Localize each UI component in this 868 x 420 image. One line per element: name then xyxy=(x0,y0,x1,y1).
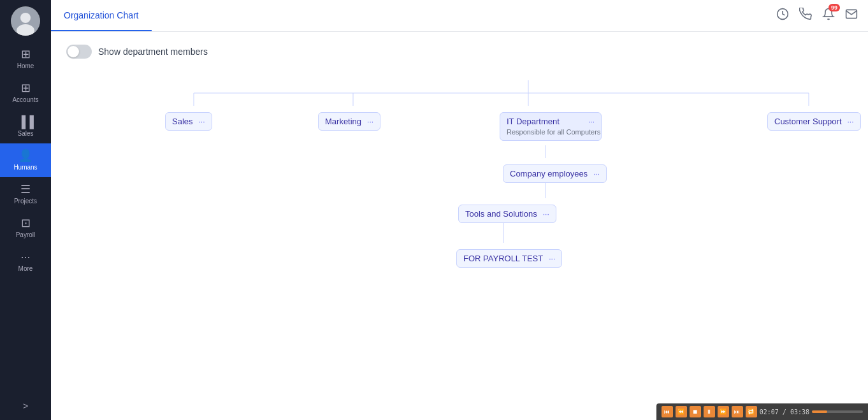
sidebar-label-payroll: Payroll xyxy=(16,231,36,238)
node-sales-menu[interactable]: ··· xyxy=(199,117,205,126)
sidebar: ⊞ Home ⊞ Accounts ▐▐ Sales 👤 Humans ☰ Pr… xyxy=(0,0,51,420)
sidebar-label-home: Home xyxy=(17,62,34,69)
sales-icon: ▐▐ xyxy=(17,116,34,127)
node-it-dept-menu[interactable]: ··· xyxy=(588,117,595,126)
show-department-members-toggle[interactable] xyxy=(66,45,92,59)
media-btn-pause[interactable]: ⏸ xyxy=(704,406,715,417)
sidebar-item-sales[interactable]: ▐▐ Sales xyxy=(0,110,51,143)
node-it-dept[interactable]: IT Department ··· Responsible for all Co… xyxy=(500,112,602,141)
node-sales-label: Sales xyxy=(172,117,193,126)
projects-icon: ☰ xyxy=(20,184,31,195)
media-btn-rewind[interactable]: ⏮ xyxy=(662,406,673,417)
tab-organization-chart[interactable]: Organization Chart xyxy=(51,0,152,31)
org-chart: Sales ··· Marketing ··· IT Department ··… xyxy=(66,74,853,322)
sidebar-label-humans: Humans xyxy=(13,164,37,171)
node-marketing[interactable]: Marketing ··· xyxy=(318,112,380,131)
media-btn-repeat[interactable]: 🔁 xyxy=(746,406,757,417)
sidebar-bottom: > xyxy=(0,392,51,420)
node-it-dept-desc: Responsible for all Computers xyxy=(507,127,600,136)
node-company-employees-label: Company employees xyxy=(510,169,588,178)
sidebar-item-humans[interactable]: 👤 Humans xyxy=(0,143,51,177)
sidebar-label-more: More xyxy=(18,265,33,272)
media-btn-prev[interactable]: ⏪ xyxy=(676,406,687,417)
media-progress-bar[interactable] xyxy=(812,410,863,413)
toggle-knob xyxy=(68,46,79,57)
node-sales[interactable]: Sales ··· xyxy=(165,112,212,131)
mail-icon[interactable] xyxy=(845,8,858,24)
node-tools-solutions[interactable]: Tools and Solutions ··· xyxy=(458,205,556,223)
node-tools-solutions-menu[interactable]: ··· xyxy=(543,210,549,219)
humans-icon: 👤 xyxy=(18,150,33,161)
sidebar-item-payroll[interactable]: ⊡ Payroll xyxy=(0,211,51,245)
media-btn-forward[interactable]: ⏭ xyxy=(732,406,743,417)
node-tools-solutions-label: Tools and Solutions xyxy=(465,209,537,219)
main-content: Organization Chart 99 xyxy=(51,0,868,420)
sidebar-expand-button[interactable]: > xyxy=(0,392,51,420)
phone-icon[interactable] xyxy=(799,8,812,24)
header-tabs: Organization Chart xyxy=(51,0,152,31)
sidebar-item-accounts[interactable]: ⊞ Accounts xyxy=(0,76,51,110)
header: Organization Chart 99 xyxy=(51,0,868,32)
sidebar-label-accounts: Accounts xyxy=(12,96,38,103)
history-icon[interactable] xyxy=(776,8,789,24)
node-customer-support-menu[interactable]: ··· xyxy=(848,117,854,126)
media-btn-next[interactable]: ⏩ xyxy=(718,406,729,417)
toggle-row: Show department members xyxy=(66,45,853,59)
node-customer-support-label: Customer Support xyxy=(774,117,842,126)
node-payroll-test[interactable]: FOR PAYROLL TEST ··· xyxy=(456,249,562,268)
more-icon: ··· xyxy=(20,251,30,263)
node-marketing-menu[interactable]: ··· xyxy=(367,117,373,126)
node-payroll-test-label: FOR PAYROLL TEST xyxy=(463,254,543,263)
media-progress-fill xyxy=(812,410,827,413)
notification-badge: 99 xyxy=(828,4,840,11)
node-it-dept-label: IT Department xyxy=(507,117,560,126)
node-company-employees[interactable]: Company employees ··· xyxy=(503,164,607,183)
payroll-icon: ⊡ xyxy=(21,217,31,229)
header-icons: 99 xyxy=(776,8,858,24)
bell-icon[interactable]: 99 xyxy=(822,8,835,24)
node-payroll-test-menu[interactable]: ··· xyxy=(549,254,555,263)
sidebar-label-sales: Sales xyxy=(17,130,33,137)
node-customer-support[interactable]: Customer Support ··· xyxy=(767,112,861,131)
node-marketing-label: Marketing xyxy=(325,117,361,126)
media-bar: ⏮ ⏪ ⏹ ⏸ ⏩ ⏭ 🔁 02:07 / 03:38 xyxy=(656,403,868,420)
sidebar-item-projects[interactable]: ☰ Projects xyxy=(0,177,51,211)
sidebar-item-more[interactable]: ··· More xyxy=(0,245,51,279)
media-time: 02:07 / 03:38 xyxy=(760,409,809,416)
sidebar-label-projects: Projects xyxy=(14,198,37,205)
toggle-label: Show department members xyxy=(98,47,208,57)
org-chart-nodes: Sales ··· Marketing ··· IT Department ··… xyxy=(66,80,853,322)
accounts-icon: ⊞ xyxy=(21,82,31,94)
svg-point-1 xyxy=(20,13,31,23)
home-icon: ⊞ xyxy=(21,48,31,60)
sidebar-item-home[interactable]: ⊞ Home xyxy=(0,42,51,76)
media-btn-stop[interactable]: ⏹ xyxy=(690,406,701,417)
node-company-employees-menu[interactable]: ··· xyxy=(593,170,600,178)
page-body: Show department members xyxy=(51,32,868,420)
avatar[interactable] xyxy=(11,6,40,36)
